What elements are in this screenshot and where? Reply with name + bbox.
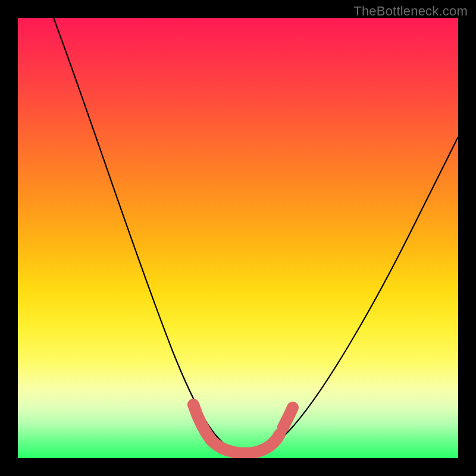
highlight-trough — [193, 405, 293, 453]
watermark-text: TheBottleneck.com — [353, 4, 468, 19]
curve-layer — [18, 18, 458, 458]
plot-area — [18, 18, 458, 458]
bottleneck-curve — [54, 18, 458, 453]
chart-frame: TheBottleneck.com — [0, 0, 476, 476]
